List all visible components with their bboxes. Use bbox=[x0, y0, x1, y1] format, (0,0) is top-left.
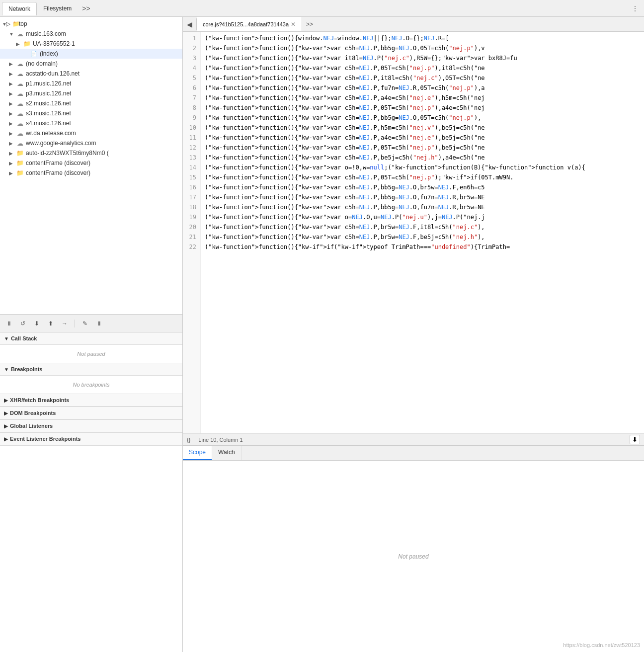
tree-arrow-nodomain: ▶ bbox=[9, 61, 16, 67]
section-content-breakpoints: No breakpoints bbox=[0, 376, 182, 394]
debug-section-call-stack: ▼Call StackNot paused bbox=[0, 332, 182, 363]
line-number-10: 10 bbox=[187, 123, 196, 133]
code-content[interactable]: ("kw-function">function(){window.NEJ=win… bbox=[201, 32, 644, 433]
collapse-panel-button[interactable]: ◀ bbox=[183, 18, 197, 30]
code-tab-active[interactable]: core.js?41b5125...4a8daaf731443a ✕ bbox=[197, 17, 302, 31]
code-lines-area: 12345678910111213141516171819202122 ("kw… bbox=[183, 32, 644, 433]
tree-icon-index: 📄 bbox=[30, 50, 38, 58]
continue-button[interactable]: → bbox=[60, 319, 70, 328]
tab-network[interactable]: Network bbox=[2, 2, 37, 15]
tree-icon-p1music: ☁ bbox=[16, 80, 24, 87]
tree-item-s2music[interactable]: ▶☁s2.music.126.net bbox=[0, 98, 182, 108]
code-line-7: ("kw-function">function(){"kw-var">var c… bbox=[205, 93, 640, 103]
section-label-breakpoints: Breakpoints bbox=[11, 366, 43, 372]
tree-label-s3music: s3.music.126.net bbox=[26, 110, 71, 117]
tree-label-contentframe1: contentFrame (discover) bbox=[26, 160, 90, 166]
step-out-button[interactable]: ⬆ bbox=[46, 319, 56, 328]
tree-arrow-p3music: ▶ bbox=[9, 91, 16, 96]
line-number-8: 8 bbox=[187, 103, 196, 113]
pause-button[interactable]: ⏸ bbox=[4, 319, 14, 328]
tree-item-contentframe1[interactable]: ▶📁contentFrame (discover) bbox=[0, 158, 182, 168]
code-tab-label: core.js?41b5125...4a8daaf731443a bbox=[203, 21, 289, 27]
section-label-xhr-breakpoints: XHR/fetch Breakpoints bbox=[10, 397, 69, 403]
tree-item-s4music[interactable]: ▶☁s4.music.126.net bbox=[0, 118, 182, 128]
line-number-13: 13 bbox=[187, 153, 196, 163]
tree-item-ua[interactable]: ▶📁UA-38766552-1 bbox=[0, 39, 182, 49]
tree-item-autoid[interactable]: ▶📁auto-id-zzN3WXT5t6my8Nm0 ( bbox=[0, 148, 182, 158]
tree-item-acstatic[interactable]: ▶☁acstatic-dun.126.net bbox=[0, 69, 182, 79]
tree-item-contentframe2[interactable]: ▶📁contentFrame (discover) bbox=[0, 168, 182, 178]
format-braces[interactable]: {} bbox=[187, 437, 190, 443]
watermark: https://blog.csdn.net/zwt520123 bbox=[563, 642, 640, 648]
code-line-18: ("kw-function">function(){"kw-var">var c… bbox=[205, 203, 640, 213]
tree-arrow-s3music: ▶ bbox=[9, 111, 16, 116]
tree-arrow-acstatic: ▶ bbox=[9, 71, 16, 77]
tree-item-google[interactable]: ▶☁www.google-analytics.com bbox=[0, 138, 182, 148]
debug-section-header-event-listeners[interactable]: ▶Event Listener Breakpoints bbox=[0, 433, 182, 445]
code-line-13: ("kw-function">function(){"kw-var">var c… bbox=[205, 153, 640, 163]
section-label-dom-breakpoints: DOM Breakpoints bbox=[10, 410, 56, 416]
debug-section-header-breakpoints[interactable]: ▼Breakpoints bbox=[0, 363, 182, 376]
line-number-2: 2 bbox=[187, 44, 196, 54]
step-into-button[interactable]: ⬇ bbox=[32, 319, 42, 328]
main-layout: ▼▷ 📁top▼☁music.163.com▶📁UA-38766552-1📄(i… bbox=[0, 17, 644, 652]
tree-label-contentframe2: contentFrame (discover) bbox=[26, 169, 90, 176]
tree-icon-s3music: ☁ bbox=[16, 109, 24, 117]
line-number-21: 21 bbox=[187, 233, 196, 243]
debug-section-header-xhr-breakpoints[interactable]: ▶XHR/fetch Breakpoints bbox=[0, 394, 182, 407]
tree-arrow-contentframe2: ▶ bbox=[9, 170, 16, 176]
line-number-12: 12 bbox=[187, 143, 196, 153]
tree-arrow-contentframe1: ▶ bbox=[9, 161, 16, 166]
code-line-20: ("kw-function">function(){"kw-var">var c… bbox=[205, 223, 640, 233]
tree-arrow-wrda: ▶ bbox=[9, 131, 16, 136]
section-arrow-event-listeners: ▶ bbox=[4, 436, 8, 442]
tree-icon-top: ▷ 📁 bbox=[9, 20, 17, 28]
debug-section-xhr-breakpoints: ▶XHR/fetch Breakpoints bbox=[0, 394, 182, 407]
line-number-19: 19 bbox=[187, 213, 196, 223]
section-arrow-dom-breakpoints: ▶ bbox=[4, 410, 8, 416]
debug-sections: ▼Call StackNot paused▼BreakpointsNo brea… bbox=[0, 332, 182, 652]
tree-icon-s4music: ☁ bbox=[16, 119, 24, 127]
tab-filesystem[interactable]: Filesystem bbox=[37, 1, 78, 15]
code-line-21: ("kw-function">function(){"kw-var">var c… bbox=[205, 233, 640, 243]
line-number-16: 16 bbox=[187, 183, 196, 193]
tree-item-p1music[interactable]: ▶☁p1.music.126.net bbox=[0, 79, 182, 88]
line-number-1: 1 bbox=[187, 34, 196, 44]
tree-item-wrda[interactable]: ▶☁wr.da.netease.com bbox=[0, 128, 182, 138]
debug-section-header-call-stack[interactable]: ▼Call Stack bbox=[0, 332, 182, 345]
tree-label-wrda: wr.da.netease.com bbox=[26, 130, 76, 137]
line-numbers: 12345678910111213141516171819202122 bbox=[183, 32, 201, 433]
tree-item-music163[interactable]: ▼☁music.163.com bbox=[0, 29, 182, 39]
tree-item-s3music[interactable]: ▶☁s3.music.126.net bbox=[0, 108, 182, 118]
step-over-button[interactable]: ↺ bbox=[18, 319, 28, 328]
line-number-22: 22 bbox=[187, 243, 196, 252]
scope-watch-tabs: Scope Watch bbox=[183, 446, 644, 461]
format-button[interactable]: ⬇ bbox=[630, 435, 640, 444]
scope-tab[interactable]: Scope bbox=[183, 446, 212, 460]
tree-item-index[interactable]: 📄(index) bbox=[0, 49, 182, 59]
tree-arrow-ua: ▶ bbox=[16, 41, 23, 47]
tree-label-s2music: s2.music.126.net bbox=[26, 100, 71, 107]
pause-on-exceptions-button[interactable]: ⏸ bbox=[94, 319, 104, 328]
line-number-20: 20 bbox=[187, 223, 196, 233]
deactivate-breakpoints-button[interactable]: ✎ bbox=[80, 319, 90, 328]
line-number-15: 15 bbox=[187, 173, 196, 183]
tree-item-top[interactable]: ▼▷ 📁top bbox=[0, 19, 182, 29]
code-line-4: ("kw-function">function(){"kw-var">var c… bbox=[205, 64, 640, 74]
debug-section-header-dom-breakpoints[interactable]: ▶DOM Breakpoints bbox=[0, 407, 182, 419]
more-tabs-button[interactable]: >> bbox=[78, 2, 94, 14]
tree-item-p3music[interactable]: ▶☁p3.music.126.net bbox=[0, 88, 182, 98]
tree-icon-wrda: ☁ bbox=[16, 129, 24, 137]
debug-section-header-global-listeners[interactable]: ▶Global Listeners bbox=[0, 420, 182, 432]
close-tab-button[interactable]: ✕ bbox=[291, 21, 296, 28]
tree-label-p3music: p3.music.126.net bbox=[26, 90, 71, 97]
section-arrow-xhr-breakpoints: ▶ bbox=[4, 398, 8, 403]
dots-menu-button[interactable]: ⋮ bbox=[628, 3, 642, 14]
section-arrow-breakpoints: ▼ bbox=[4, 367, 9, 372]
watch-tab[interactable]: Watch bbox=[212, 446, 242, 460]
tree-item-nodomain[interactable]: ▶☁(no domain) bbox=[0, 59, 182, 69]
code-line-11: ("kw-function">function(){"kw-var">var c… bbox=[205, 133, 640, 143]
section-arrow-global-listeners: ▶ bbox=[4, 423, 8, 429]
more-code-tabs-button[interactable]: >> bbox=[302, 19, 317, 30]
code-line-5: ("kw-function">function(){"kw-var">var c… bbox=[205, 74, 640, 83]
